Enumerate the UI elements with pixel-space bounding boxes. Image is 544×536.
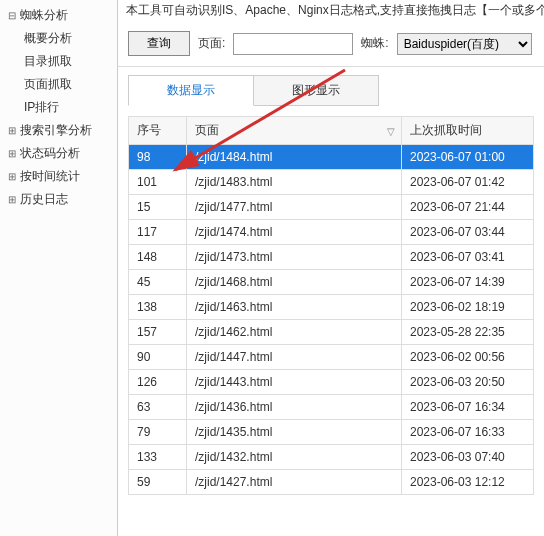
cell-seq: 90 — [129, 345, 187, 370]
cell-time: 2023-06-07 14:39 — [402, 270, 534, 295]
cell-seq: 79 — [129, 420, 187, 445]
cell-page: /zjid/1447.html — [187, 345, 402, 370]
cell-time: 2023-06-03 07:40 — [402, 445, 534, 470]
cell-seq: 148 — [129, 245, 187, 270]
cell-page: /zjid/1477.html — [187, 195, 402, 220]
cell-page: /zjid/1473.html — [187, 245, 402, 270]
cell-page: /zjid/1483.html — [187, 170, 402, 195]
tree-item-summary[interactable]: 概要分析 — [0, 27, 117, 50]
cell-seq: 98 — [129, 145, 187, 170]
cell-seq: 45 — [129, 270, 187, 295]
cell-seq: 138 — [129, 295, 187, 320]
cell-page: /zjid/1427.html — [187, 470, 402, 495]
tree-label: 目录抓取 — [24, 53, 72, 70]
sort-desc-icon: ▽ — [387, 125, 395, 136]
table-row[interactable]: 98/zjid/1484.html2023-06-07 01:00 — [129, 145, 534, 170]
page-label: 页面: — [198, 35, 225, 52]
table-row[interactable]: 45/zjid/1468.html2023-06-07 14:39 — [129, 270, 534, 295]
hint-text: 本工具可自动识别IS、Apache、Nginx日志格式,支持直接拖拽日志【一个或… — [118, 0, 544, 21]
tree-item-status[interactable]: ⊞ 状态码分析 — [0, 142, 117, 165]
filter-bar: 查询 页面: 蜘蛛: Baiduspider(百度) — [118, 21, 544, 67]
cell-time: 2023-06-02 18:19 — [402, 295, 534, 320]
table-row[interactable]: 126/zjid/1443.html2023-06-03 20:50 — [129, 370, 534, 395]
cell-page: /zjid/1462.html — [187, 320, 402, 345]
table-row[interactable]: 101/zjid/1483.html2023-06-07 01:42 — [129, 170, 534, 195]
tree-label: IP排行 — [24, 99, 59, 116]
cell-page: /zjid/1474.html — [187, 220, 402, 245]
table-row[interactable]: 90/zjid/1447.html2023-06-02 00:56 — [129, 345, 534, 370]
table-row[interactable]: 63/zjid/1436.html2023-06-07 16:34 — [129, 395, 534, 420]
tab-graph[interactable]: 图形显示 — [254, 75, 379, 106]
cell-page: /zjid/1436.html — [187, 395, 402, 420]
tree-item-page[interactable]: 页面抓取 — [0, 73, 117, 96]
tree-label: 蜘蛛分析 — [20, 7, 68, 24]
cell-page: /zjid/1468.html — [187, 270, 402, 295]
spider-select[interactable]: Baiduspider(百度) — [397, 33, 532, 55]
expand-icon: ⊞ — [6, 194, 17, 205]
tree-item-history[interactable]: ⊞ 历史日志 — [0, 188, 117, 211]
tree-label: 概要分析 — [24, 30, 72, 47]
tabs: 数据显示 图形显示 — [118, 67, 544, 106]
cell-seq: 126 — [129, 370, 187, 395]
cell-page: /zjid/1435.html — [187, 420, 402, 445]
page-input[interactable] — [233, 33, 353, 55]
spider-label: 蜘蛛: — [361, 35, 388, 52]
tree-label: 历史日志 — [20, 191, 68, 208]
cell-seq: 157 — [129, 320, 187, 345]
tree-item-time[interactable]: ⊞ 按时间统计 — [0, 165, 117, 188]
cell-time: 2023-06-02 00:56 — [402, 345, 534, 370]
table-row[interactable]: 138/zjid/1463.html2023-06-02 18:19 — [129, 295, 534, 320]
cell-time: 2023-06-07 03:44 — [402, 220, 534, 245]
cell-seq: 133 — [129, 445, 187, 470]
cell-time: 2023-06-07 01:00 — [402, 145, 534, 170]
cell-time: 2023-06-03 12:12 — [402, 470, 534, 495]
expand-icon: ⊞ — [6, 148, 17, 159]
cell-time: 2023-06-07 03:41 — [402, 245, 534, 270]
table-wrap: 序号 页面▽ 上次抓取时间 98/zjid/1484.html2023-06-0… — [118, 106, 544, 536]
cell-time: 2023-06-03 20:50 — [402, 370, 534, 395]
tree-item-spider[interactable]: ⊟ 蜘蛛分析 — [0, 4, 117, 27]
expand-icon: ⊞ — [6, 125, 17, 136]
cell-seq: 63 — [129, 395, 187, 420]
sidebar: ⊟ 蜘蛛分析 概要分析 目录抓取 页面抓取 IP排行 ⊞ 搜索引擎分析 ⊞ 状态… — [0, 0, 118, 536]
tree-label: 搜索引擎分析 — [20, 122, 92, 139]
cell-time: 2023-05-28 22:35 — [402, 320, 534, 345]
main-panel: 本工具可自动识别IS、Apache、Nginx日志格式,支持直接拖拽日志【一个或… — [118, 0, 544, 536]
table-row[interactable]: 157/zjid/1462.html2023-05-28 22:35 — [129, 320, 534, 345]
table-row[interactable]: 148/zjid/1473.html2023-06-07 03:41 — [129, 245, 534, 270]
cell-page: /zjid/1443.html — [187, 370, 402, 395]
tree-item-search[interactable]: ⊞ 搜索引擎分析 — [0, 119, 117, 142]
table-row[interactable]: 133/zjid/1432.html2023-06-03 07:40 — [129, 445, 534, 470]
tree-label: 页面抓取 — [24, 76, 72, 93]
collapse-icon: ⊟ — [6, 10, 17, 21]
tab-data[interactable]: 数据显示 — [128, 75, 254, 106]
tree-item-ip[interactable]: IP排行 — [0, 96, 117, 119]
header-seq[interactable]: 序号 — [129, 117, 187, 145]
tree-label: 状态码分析 — [20, 145, 80, 162]
cell-seq: 117 — [129, 220, 187, 245]
cell-time: 2023-06-07 16:34 — [402, 395, 534, 420]
header-time[interactable]: 上次抓取时间 — [402, 117, 534, 145]
cell-seq: 15 — [129, 195, 187, 220]
cell-time: 2023-06-07 01:42 — [402, 170, 534, 195]
data-table: 序号 页面▽ 上次抓取时间 98/zjid/1484.html2023-06-0… — [128, 116, 534, 495]
header-page[interactable]: 页面▽ — [187, 117, 402, 145]
table-row[interactable]: 117/zjid/1474.html2023-06-07 03:44 — [129, 220, 534, 245]
expand-icon: ⊞ — [6, 171, 17, 182]
cell-seq: 59 — [129, 470, 187, 495]
cell-page: /zjid/1463.html — [187, 295, 402, 320]
cell-seq: 101 — [129, 170, 187, 195]
tree-label: 按时间统计 — [20, 168, 80, 185]
table-row[interactable]: 79/zjid/1435.html2023-06-07 16:33 — [129, 420, 534, 445]
query-button[interactable]: 查询 — [128, 31, 190, 56]
tree-item-dir[interactable]: 目录抓取 — [0, 50, 117, 73]
cell-page: /zjid/1484.html — [187, 145, 402, 170]
cell-time: 2023-06-07 21:44 — [402, 195, 534, 220]
cell-page: /zjid/1432.html — [187, 445, 402, 470]
cell-time: 2023-06-07 16:33 — [402, 420, 534, 445]
table-row[interactable]: 59/zjid/1427.html2023-06-03 12:12 — [129, 470, 534, 495]
table-row[interactable]: 15/zjid/1477.html2023-06-07 21:44 — [129, 195, 534, 220]
